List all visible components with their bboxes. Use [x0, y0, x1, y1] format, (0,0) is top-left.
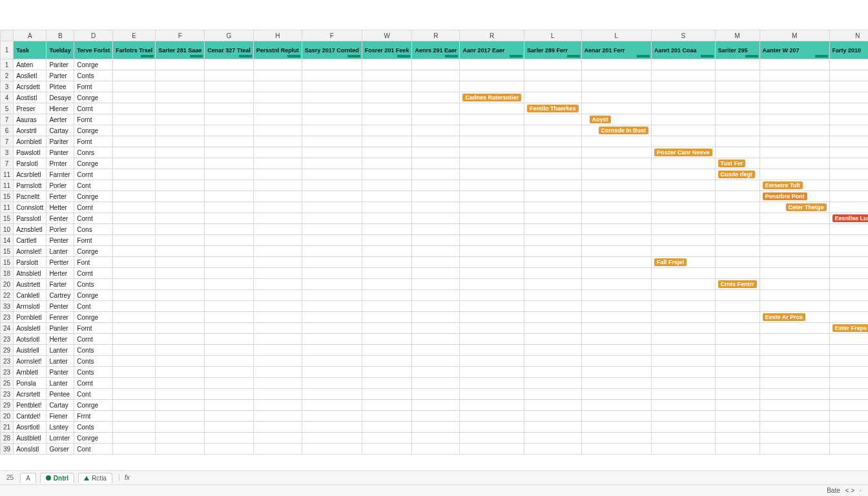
cell[interactable]	[460, 411, 524, 422]
col-header[interactable]: R	[412, 30, 460, 41]
col-header[interactable]: H	[253, 30, 302, 41]
cell[interactable]	[581, 411, 652, 422]
cell[interactable]	[715, 125, 760, 136]
cell[interactable]	[156, 114, 205, 125]
cell[interactable]: Conrge	[74, 400, 113, 411]
cell[interactable]	[524, 114, 581, 125]
cell[interactable]	[581, 334, 652, 345]
cell[interactable]	[156, 378, 205, 389]
cell[interactable]	[302, 356, 362, 367]
cell[interactable]	[652, 367, 716, 378]
cell[interactable]	[253, 356, 302, 367]
col-header[interactable]: B	[46, 30, 74, 41]
cell[interactable]: Cornsde In Bust	[581, 125, 652, 136]
cell[interactable]: Ester Freps	[829, 323, 868, 334]
cell[interactable]	[113, 378, 156, 389]
row-header[interactable]: 28	[1, 433, 14, 444]
cell[interactable]	[524, 422, 581, 433]
cell[interactable]: Cornt	[74, 202, 113, 213]
cell[interactable]	[205, 290, 254, 301]
cell[interactable]: Lanter	[46, 356, 74, 367]
cell[interactable]	[715, 411, 760, 422]
cell[interactable]	[460, 433, 524, 444]
cell[interactable]: Pertter	[46, 257, 74, 268]
row-header[interactable]: 11	[1, 169, 14, 180]
cell[interactable]	[829, 224, 868, 235]
cell[interactable]	[113, 213, 156, 224]
row-header[interactable]: 22	[1, 290, 14, 301]
cell[interactable]	[156, 169, 205, 180]
gantt-bar[interactable]: Cadnes Ratersotier	[462, 94, 521, 101]
timeline-header-cell[interactable]: Tuelday	[46, 41, 74, 59]
cell[interactable]	[412, 136, 460, 147]
cell[interactable]: Panter	[46, 147, 74, 158]
cell[interactable]: Fall Frsjel	[652, 257, 716, 268]
cell[interactable]	[760, 411, 829, 422]
cell[interactable]: Panler	[46, 323, 74, 334]
cell[interactable]: Cartletl	[14, 235, 46, 246]
cell[interactable]: Cartay	[46, 400, 74, 411]
cell[interactable]	[156, 103, 205, 114]
cell[interactable]	[581, 312, 652, 323]
cell[interactable]	[113, 191, 156, 202]
col-header[interactable]: M	[715, 30, 760, 41]
cell[interactable]	[652, 378, 716, 389]
cell[interactable]: Pornbletl	[14, 312, 46, 323]
cell[interactable]	[253, 235, 302, 246]
cell[interactable]	[460, 389, 524, 400]
cell[interactable]	[205, 125, 254, 136]
cell[interactable]	[715, 103, 760, 114]
cell[interactable]	[524, 433, 581, 444]
timeline-header-cell[interactable]: Terve Forlst	[74, 41, 113, 59]
cell[interactable]	[715, 59, 760, 70]
cell[interactable]: Arnbletl	[14, 367, 46, 378]
cell[interactable]	[362, 224, 412, 235]
cell[interactable]	[829, 257, 868, 268]
cell[interactable]	[205, 70, 254, 81]
cell[interactable]: Crnts Fentrr	[715, 279, 760, 290]
cell[interactable]	[829, 411, 868, 422]
cell[interactable]: Conts	[74, 345, 113, 356]
cell[interactable]	[253, 59, 302, 70]
cell[interactable]	[205, 103, 254, 114]
row-header[interactable]: 23	[1, 367, 14, 378]
cell[interactable]	[156, 345, 205, 356]
cell[interactable]	[362, 389, 412, 400]
cell[interactable]	[412, 81, 460, 92]
cell[interactable]	[652, 389, 716, 400]
cell[interactable]	[362, 81, 412, 92]
cell[interactable]	[581, 147, 652, 158]
cell[interactable]	[829, 345, 868, 356]
cell[interactable]: Penter	[46, 235, 74, 246]
cell[interactable]	[760, 235, 829, 246]
cell[interactable]	[412, 235, 460, 246]
cell[interactable]	[460, 312, 524, 323]
cell[interactable]	[829, 312, 868, 323]
row-header[interactable]: 7	[1, 114, 14, 125]
cell[interactable]: Desaye	[46, 92, 74, 103]
cell[interactable]	[581, 246, 652, 257]
cell[interactable]	[715, 290, 760, 301]
cell[interactable]	[829, 114, 868, 125]
cell[interactable]: Parslotl	[14, 158, 46, 169]
cell[interactable]	[205, 169, 254, 180]
cell[interactable]	[581, 103, 652, 114]
cell[interactable]	[253, 389, 302, 400]
timeline-header-cell[interactable]: Cenar 327 Tteal	[205, 41, 254, 59]
cell[interactable]	[302, 433, 362, 444]
cell[interactable]	[652, 114, 716, 125]
cell[interactable]: Austrtett	[14, 279, 46, 290]
cell[interactable]: Gorser	[46, 444, 74, 455]
cell[interactable]	[652, 59, 716, 70]
cell[interactable]	[412, 224, 460, 235]
cell[interactable]: Pariter	[46, 59, 74, 70]
timeline-header-cell[interactable]: Fosrer 201 Feek	[362, 41, 412, 59]
cell[interactable]: Fentilo Thaerkes	[524, 103, 581, 114]
cell[interactable]	[715, 114, 760, 125]
gantt-bar[interactable]: Cornsde In Bust	[599, 127, 649, 134]
cell[interactable]: Hetter	[46, 202, 74, 213]
cell[interactable]	[412, 103, 460, 114]
cell[interactable]	[113, 92, 156, 103]
cell[interactable]	[652, 191, 716, 202]
cell[interactable]	[302, 92, 362, 103]
